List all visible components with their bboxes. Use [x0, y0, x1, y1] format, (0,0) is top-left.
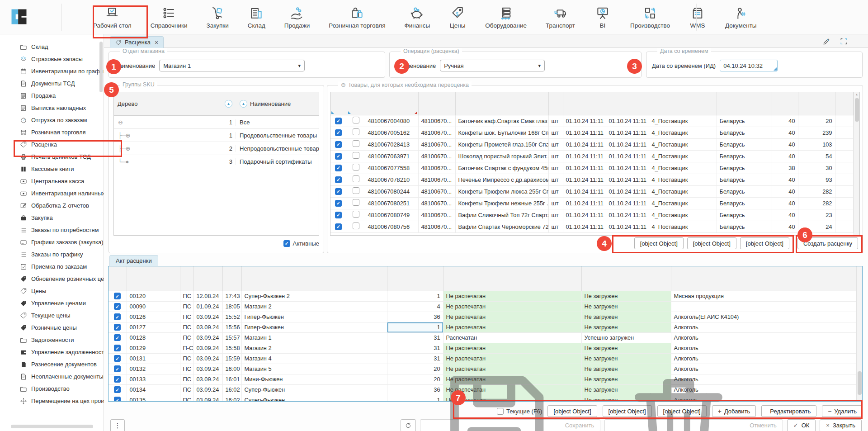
row-mark-checkbox[interactable]	[353, 152, 359, 159]
tree-expander-icon[interactable]: └─●	[114, 158, 217, 165]
row-mark-checkbox[interactable]	[353, 140, 359, 147]
act-row-checkbox[interactable]	[114, 386, 121, 393]
row-mark-checkbox[interactable]	[353, 175, 359, 182]
products-column-header[interactable]	[835, 92, 854, 115]
store-select[interactable]: Магазин 1 ▾	[159, 60, 305, 71]
act-column-header[interactable]	[671, 266, 856, 291]
products-column-header[interactable]	[563, 92, 606, 115]
sidebar-item[interactable]: Разнесение документов	[0, 358, 104, 370]
sidebar-item[interactable]: Продажа	[0, 90, 104, 102]
product-row[interactable]: 4810067005162 48100670... Конфеты шок. Б…	[330, 127, 854, 138]
sku-tree-row[interactable]: ├─⊕ 2 Непродовольственные товары	[114, 142, 319, 155]
sku-tree-row[interactable]: ├─⊕ 1 Продовольственные товары	[114, 129, 319, 142]
product-row[interactable]: 4810067004080 48100670... Батончик ваф.С…	[330, 115, 854, 127]
sku-tree-row[interactable]: ⊖ 1 Все	[114, 116, 319, 129]
act-column-header[interactable]	[108, 266, 127, 291]
row-mark-checkbox[interactable]	[353, 199, 359, 206]
expand-icon[interactable]	[840, 37, 848, 46]
pencil-icon[interactable]	[822, 37, 831, 46]
sidebar-item[interactable]: Выписка накладных	[0, 102, 104, 114]
column-name[interactable]: ▲Наименование	[236, 100, 319, 108]
row-mark-checkbox[interactable]	[353, 117, 359, 123]
sidebar-item[interactable]: Страховые запасы	[0, 53, 104, 65]
row-mark-checkbox[interactable]	[353, 211, 359, 218]
sidebar-item[interactable]: Управление ценами	[0, 297, 104, 309]
row-on-checkbox[interactable]	[335, 153, 342, 160]
toolbar-item[interactable]: Рабочий стол	[89, 2, 136, 32]
products-column-header[interactable]	[365, 92, 418, 115]
sidebar-item[interactable]: Графики заказов (закупка)	[0, 236, 104, 248]
row-mark-checkbox[interactable]	[353, 164, 359, 171]
sku-tree-row[interactable]: └─● 3 Подарочный сертификаты	[114, 155, 319, 168]
act-column-header[interactable]	[127, 266, 180, 291]
reprice-mode-button[interactable]: [object Object]	[740, 237, 789, 249]
column-tree[interactable]: Дерево	[114, 100, 217, 107]
act-column-header[interactable]	[581, 266, 671, 291]
sidebar-item[interactable]: Управление задолженностями	[0, 346, 104, 358]
toolbar-item[interactable]: Склад	[243, 2, 270, 32]
product-row[interactable]: 4810067078210 48100670... Печенье Импрес…	[330, 174, 854, 185]
active-filter[interactable]: Активные	[283, 240, 319, 247]
act-row-checkbox[interactable]	[114, 324, 121, 331]
row-mark-checkbox[interactable]	[353, 128, 359, 135]
products-column-header[interactable]	[606, 92, 649, 115]
act-column-header[interactable]	[222, 266, 241, 291]
row-on-checkbox[interactable]	[335, 118, 342, 124]
product-row[interactable]: 4810067028413 48100670... Конфеты Промет…	[330, 138, 854, 150]
close-icon[interactable]: ×	[155, 39, 158, 46]
sidebar-item[interactable]: Расценка	[0, 138, 104, 151]
row-mark-checkbox[interactable]	[353, 223, 359, 229]
product-row[interactable]: 4810067080749 48100670... Вафли Сливочны…	[330, 209, 854, 221]
sidebar-item[interactable]: Инвентаризации по графику	[0, 65, 104, 77]
column-number[interactable]: ▲	[217, 100, 236, 108]
row-on-checkbox[interactable]	[335, 141, 342, 148]
toolbar-item[interactable]: Закупки	[202, 2, 233, 32]
datetime-input[interactable]: 04.10.24 10:32	[720, 60, 778, 71]
act-row-checkbox[interactable]	[114, 376, 121, 383]
close-button[interactable]: ×Закрыть	[820, 419, 862, 431]
product-row[interactable]: 4810067077558 48100670... Батончик Спарт…	[330, 162, 854, 174]
sidebar-item[interactable]: Перемещение на цех производсте	[0, 395, 104, 407]
products-column-header[interactable]	[772, 92, 798, 115]
toolbar-item[interactable]: BI	[590, 2, 616, 32]
row-on-checkbox[interactable]	[335, 188, 342, 195]
scroll-up-icon[interactable]: ▴	[856, 92, 858, 96]
toolbar-item[interactable]: Оборудование	[481, 2, 531, 32]
act-row-checkbox[interactable]	[114, 303, 121, 310]
tree-expander-icon[interactable]: ├─⊕	[114, 132, 217, 139]
act-row[interactable]: 00129 П-С 03.09.24 15:58 Магазин 2 31 Не…	[108, 343, 856, 353]
act-column-header[interactable]	[193, 266, 222, 291]
sidebar-item[interactable]: Розничная торговля	[0, 126, 104, 138]
tab-rascenka[interactable]: Расценка ×	[110, 36, 164, 48]
act-column-header[interactable]	[180, 266, 193, 291]
products-column-header[interactable]	[330, 92, 347, 115]
row-on-checkbox[interactable]	[335, 223, 342, 230]
products-column-header[interactable]	[455, 92, 548, 115]
toolbar-item[interactable]: Розничная торговля	[324, 2, 390, 32]
product-row[interactable]: 4810067063971 48100670... Шоколад порист…	[330, 150, 854, 162]
active-checkbox[interactable]	[283, 240, 290, 247]
act-row-checkbox[interactable]	[114, 397, 121, 402]
sidebar-vertical-scrollbar[interactable]	[99, 42, 103, 92]
act-row-checkbox[interactable]	[114, 345, 121, 351]
refresh-button[interactable]	[401, 419, 416, 431]
sidebar-item[interactable]: Заказы по потребностям	[0, 224, 104, 236]
tree-expander-icon[interactable]: ├─⊕	[114, 145, 217, 152]
sidebar-item[interactable]: Текущие цены	[0, 309, 104, 322]
row-on-checkbox[interactable]	[335, 212, 342, 218]
act-row[interactable]: 00128 ПС 03.09.24 15:57 Магазин 1 31 Рас…	[108, 332, 856, 343]
products-column-header[interactable]	[649, 92, 717, 115]
toolbar-item[interactable]: Продажи	[280, 2, 314, 32]
sidebar-item[interactable]: Обработка Z-отчетов	[0, 199, 104, 212]
tab-act-rascenki[interactable]: Акт расценки	[109, 255, 158, 266]
products-vertical-scrollbar[interactable]: ▴	[854, 92, 859, 235]
sidebar-item[interactable]: Закупка	[0, 212, 104, 224]
collapse-icon[interactable]: ⊖	[341, 81, 346, 88]
act-vertical-scrollbar[interactable]	[856, 266, 862, 401]
act-column-header[interactable]	[387, 266, 443, 291]
toolbar-item[interactable]: $ Цены	[444, 2, 471, 32]
act-row-checkbox[interactable]	[114, 293, 121, 299]
cancel-button[interactable]: Отменить	[604, 419, 783, 431]
create-reprice-button[interactable]: Создать расценку	[797, 237, 858, 249]
act-crud-button[interactable]: − Удалить	[822, 405, 863, 417]
